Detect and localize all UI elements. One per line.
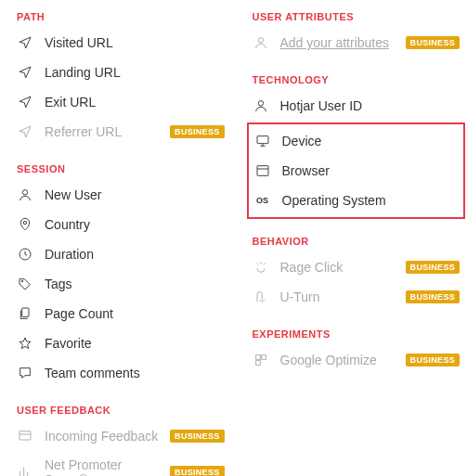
filter-country[interactable]: Country [17, 210, 225, 239]
filter-visited-url[interactable]: Visited URL [17, 28, 225, 58]
item-label: Visited URL [45, 35, 225, 50]
clock-icon [17, 246, 33, 263]
item-label: Add your attributes [280, 35, 395, 50]
svg-point-1 [23, 221, 26, 224]
tag-icon [17, 276, 33, 292]
filter-u-turn[interactable]: U-Turn BUSINESS [253, 282, 461, 312]
section-header-experiments: EXPERIMENTS [253, 328, 461, 340]
item-label: Device [282, 134, 459, 148]
filter-favorite[interactable]: Favorite [17, 328, 225, 358]
filter-new-user[interactable]: New User [17, 180, 225, 210]
svg-rect-11 [261, 355, 266, 360]
filter-duration[interactable]: Duration [17, 239, 225, 269]
item-label: Referrer URL [45, 124, 159, 139]
navigation-icon [17, 123, 33, 140]
item-label: Tags [45, 277, 225, 291]
svg-point-6 [258, 38, 263, 43]
item-label: Rage Click [280, 260, 395, 275]
rage-icon [253, 259, 269, 276]
filter-operating-system[interactable]: OS Operating System [254, 186, 459, 215]
item-label: Landing URL [45, 65, 225, 80]
navigation-icon [17, 94, 33, 110]
section-header-behavior: BEHAVIOR [253, 236, 461, 247]
section-header-user-feedback: USER FEEDBACK [17, 405, 225, 416]
svg-rect-9 [257, 166, 268, 176]
item-label: Net Promoter Score® [45, 457, 159, 476]
os-icon: OS [254, 192, 271, 209]
browser-icon [254, 162, 271, 179]
item-label: Operating System [282, 193, 459, 208]
pages-icon [17, 305, 33, 322]
item-label: Exit URL [45, 95, 225, 109]
section-header-session: SESSION [17, 163, 225, 174]
svg-point-3 [21, 280, 22, 281]
item-label: Country [45, 217, 225, 232]
svg-rect-4 [22, 308, 29, 316]
svg-rect-10 [255, 355, 260, 360]
business-badge: BUSINESS [406, 261, 460, 274]
feedback-icon [17, 428, 33, 444]
filter-tags[interactable]: Tags [17, 269, 225, 299]
navigation-icon [17, 34, 33, 51]
item-label: Duration [45, 247, 225, 262]
business-badge: BUSINESS [406, 290, 460, 303]
business-badge: BUSINESS [170, 125, 224, 138]
item-label: Page Count [45, 306, 225, 321]
section-header-technology: TECHNOLOGY [253, 74, 461, 85]
star-icon [17, 335, 33, 352]
filter-landing-url[interactable]: Landing URL [17, 58, 225, 87]
left-column: PATH Visited URL Landing URL Exit URL Re… [17, 11, 225, 476]
user-icon [253, 34, 269, 51]
item-label: Google Optimize [280, 353, 395, 367]
svg-rect-5 [19, 431, 31, 440]
item-label: New User [45, 187, 225, 202]
navigation-icon [17, 64, 33, 81]
svg-point-0 [22, 190, 27, 195]
filter-exit-url[interactable]: Exit URL [17, 87, 225, 117]
item-label: Browser [282, 163, 459, 178]
business-badge: BUSINESS [170, 466, 224, 476]
filter-add-attributes[interactable]: Add your attributes BUSINESS [253, 28, 461, 58]
highlight-box: Device Browser OS Operating System [247, 122, 466, 219]
filter-google-optimize[interactable]: Google Optimize BUSINESS [253, 345, 461, 375]
filter-page-count[interactable]: Page Count [17, 299, 225, 328]
item-label: Incoming Feedback [45, 429, 159, 444]
svg-rect-8 [257, 136, 268, 144]
item-label: U-Turn [280, 289, 395, 304]
filter-rage-click[interactable]: Rage Click BUSINESS [253, 252, 461, 282]
optimize-icon [253, 352, 269, 368]
location-icon [17, 216, 33, 233]
section-header-path: PATH [17, 11, 225, 22]
filter-device[interactable]: Device [254, 126, 459, 156]
business-badge: BUSINESS [406, 36, 460, 49]
item-label: Favorite [45, 336, 225, 351]
section-header-user-attributes: USER ATTRIBUTES [253, 11, 461, 22]
svg-point-7 [258, 101, 263, 106]
filter-nps[interactable]: Net Promoter Score® BUSINESS [17, 451, 225, 476]
uturn-icon [253, 289, 269, 305]
user-icon [253, 97, 269, 114]
filter-incoming-feedback[interactable]: Incoming Feedback BUSINESS [17, 421, 225, 451]
filter-browser[interactable]: Browser [254, 156, 459, 186]
right-column: USER ATTRIBUTES Add your attributes BUSI… [253, 11, 461, 476]
svg-rect-12 [255, 361, 260, 366]
filter-team-comments[interactable]: Team comments [17, 358, 225, 388]
filter-hotjar-user-id[interactable]: Hotjar User ID [253, 91, 461, 121]
user-icon [17, 187, 33, 203]
item-label: Hotjar User ID [280, 98, 461, 113]
item-label: Team comments [45, 366, 225, 380]
comment-icon [17, 365, 33, 381]
chart-icon [17, 464, 33, 476]
business-badge: BUSINESS [406, 354, 460, 367]
filter-referrer-url[interactable]: Referrer URL BUSINESS [17, 117, 225, 147]
business-badge: BUSINESS [170, 430, 224, 443]
monitor-icon [254, 133, 271, 149]
